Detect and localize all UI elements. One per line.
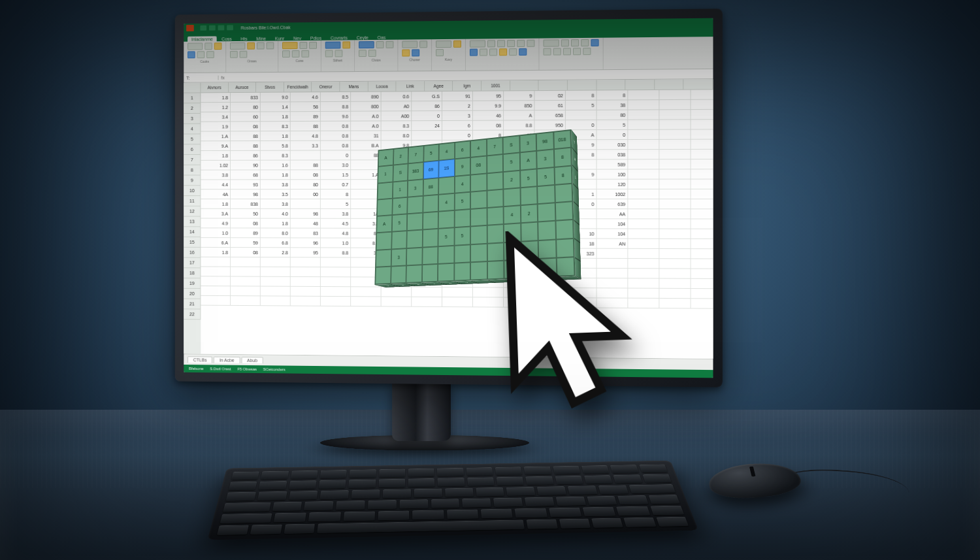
column-header[interactable]: Loooa: [368, 82, 396, 92]
ribbon-command[interactable]: [359, 41, 374, 48]
cell[interactable]: 5: [597, 120, 629, 130]
cell[interactable]: 86: [412, 101, 442, 111]
ribbon-command[interactable]: [497, 40, 505, 47]
cell[interactable]: 1.8: [261, 170, 291, 180]
ribbon-command[interactable]: [507, 40, 515, 47]
cell[interactable]: [628, 100, 659, 110]
cell[interactable]: 08: [231, 122, 261, 131]
column-header[interactable]: Igm: [453, 81, 482, 91]
ribbon-tab[interactable]: Hts: [237, 36, 252, 41]
ribbon-command[interactable]: [527, 40, 534, 47]
ribbon-command[interactable]: [583, 48, 591, 55]
ribbon-command[interactable]: [436, 49, 444, 56]
column-header[interactable]: Oneror: [312, 82, 340, 92]
cell[interactable]: 91: [442, 91, 473, 101]
cell[interactable]: 95: [473, 91, 504, 101]
row-header[interactable]: 14: [184, 227, 201, 237]
cell[interactable]: [691, 90, 713, 100]
ribbon-command[interactable]: [561, 39, 569, 46]
cell[interactable]: [628, 209, 659, 219]
cell[interactable]: 4A: [201, 189, 231, 199]
cell[interactable]: B.A: [351, 140, 381, 150]
cell[interactable]: 80: [231, 103, 261, 112]
cell[interactable]: 8.8: [504, 120, 534, 130]
ribbon-command[interactable]: [309, 42, 317, 49]
cell[interactable]: [659, 169, 691, 179]
cell[interactable]: [691, 100, 713, 110]
ribbon-command[interactable]: [197, 51, 205, 58]
cell[interactable]: 80: [597, 110, 629, 120]
row-header[interactable]: 17: [184, 258, 201, 269]
cell[interactable]: [351, 160, 381, 170]
cell[interactable]: [628, 90, 659, 100]
cell[interactable]: [691, 229, 713, 239]
cell[interactable]: 61: [534, 101, 565, 110]
ribbon[interactable]: CooksOnsesConeStihertClutosChonerKovy: [184, 37, 713, 73]
cell[interactable]: G.S: [412, 91, 442, 101]
cell[interactable]: 0.7: [321, 180, 351, 189]
ribbon-command[interactable]: [470, 40, 485, 47]
ribbon-command[interactable]: [240, 51, 248, 58]
cell[interactable]: [566, 110, 597, 120]
cell[interactable]: 89: [291, 112, 321, 122]
ribbon-command[interactable]: [386, 41, 394, 48]
ribbon-command[interactable]: [563, 48, 571, 55]
ribbon-command[interactable]: [517, 40, 525, 47]
ribbon-command[interactable]: [402, 41, 417, 48]
cell[interactable]: 8.3: [382, 121, 412, 131]
cell[interactable]: [691, 140, 713, 150]
column-header[interactable]: Aivnors: [201, 82, 228, 93]
ribbon-command[interactable]: [230, 51, 238, 58]
row-header[interactable]: 7: [184, 155, 201, 165]
ribbon-command[interactable]: [453, 41, 461, 48]
ribbon-command[interactable]: [412, 49, 419, 56]
cell[interactable]: 88: [291, 122, 321, 131]
cell[interactable]: [691, 180, 713, 189]
cell[interactable]: [691, 189, 713, 199]
cell[interactable]: [628, 189, 659, 199]
row-header[interactable]: 2: [184, 103, 201, 114]
ribbon-command[interactable]: [204, 42, 212, 50]
column-header[interactable]: Mans: [340, 82, 368, 92]
row-header[interactable]: 11: [184, 196, 201, 206]
sheet-tab[interactable]: In Acbe: [214, 357, 240, 363]
row-header[interactable]: 1: [184, 93, 201, 103]
column-header[interactable]: Link: [397, 81, 425, 91]
cell[interactable]: 86: [231, 151, 261, 161]
ribbon-command[interactable]: [359, 50, 367, 57]
cell[interactable]: 6.8: [261, 238, 291, 248]
cell[interactable]: 6.A: [201, 238, 231, 248]
cell[interactable]: 8.3: [261, 122, 291, 131]
cell[interactable]: 5: [566, 101, 597, 110]
cell[interactable]: 00: [291, 189, 321, 199]
cell[interactable]: [691, 169, 713, 179]
cell[interactable]: 8.0: [261, 228, 291, 238]
cell[interactable]: 0: [412, 111, 442, 121]
cell[interactable]: [628, 110, 659, 120]
ribbon-command[interactable]: [325, 41, 341, 48]
cell[interactable]: [691, 159, 713, 169]
cell[interactable]: 3.5: [261, 189, 291, 199]
cell[interactable]: 1002: [597, 189, 629, 199]
ribbon-command[interactable]: [282, 50, 290, 58]
cell[interactable]: 1.6: [261, 161, 291, 171]
ribbon-command[interactable]: [480, 48, 487, 56]
ribbon-command[interactable]: [301, 50, 309, 58]
row-headers[interactable]: 12345678910111213141516171819202122: [184, 83, 201, 354]
cell[interactable]: 833: [231, 93, 261, 103]
cell[interactable]: A0: [382, 101, 412, 111]
cell[interactable]: 88: [231, 141, 261, 151]
cell[interactable]: 96: [291, 238, 321, 248]
ribbon-command[interactable]: [402, 49, 410, 56]
cell[interactable]: [659, 140, 691, 150]
cell[interactable]: 98: [231, 189, 261, 199]
column-header[interactable]: Auroce: [229, 82, 256, 93]
cell[interactable]: 8.8: [321, 102, 351, 112]
cell[interactable]: 24: [412, 121, 442, 131]
cell[interactable]: 0: [597, 130, 629, 140]
cell[interactable]: 3.8: [321, 209, 351, 219]
row-header[interactable]: 3: [184, 114, 201, 124]
cell[interactable]: 9.9: [473, 101, 504, 110]
ribbon-tab[interactable]: Kunr: [271, 35, 288, 41]
row-header[interactable]: 4: [184, 124, 201, 135]
